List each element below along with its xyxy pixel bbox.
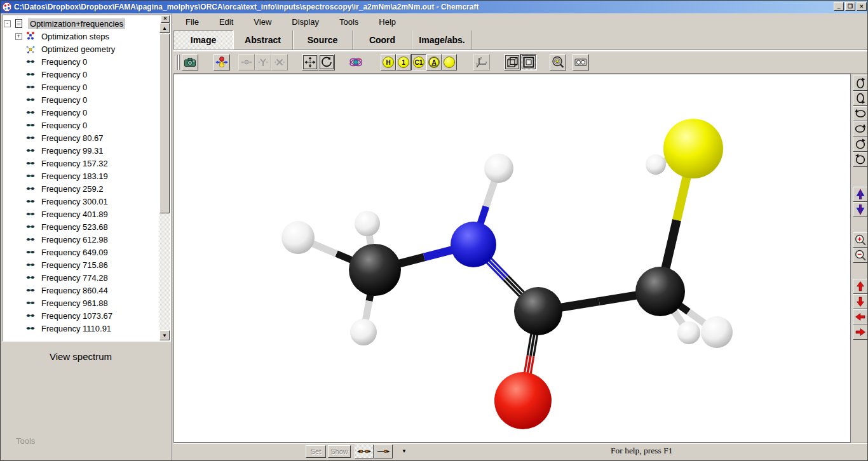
tree-item[interactable]: Frequency 523.68 — [4, 220, 159, 233]
tree-item[interactable]: Frequency 401.89 — [4, 208, 159, 220]
tree-item[interactable]: - — [4, 17, 159, 30]
tab[interactable]: Source — [293, 30, 353, 50]
atom-N[interactable] — [451, 222, 496, 267]
solid-view-button[interactable] — [520, 54, 537, 70]
move-right-button[interactable] — [853, 324, 868, 340]
delete-fragment-button-disabled[interactable] — [271, 54, 288, 70]
atom-H[interactable] — [350, 319, 377, 345]
tree-item[interactable]: Frequency 99.31 — [4, 144, 159, 157]
show-axes-button[interactable]: y x z — [473, 54, 490, 70]
move-down-button[interactable] — [853, 294, 868, 309]
panel-close-icon[interactable]: × — [161, 15, 170, 23]
atom-H[interactable] — [646, 154, 666, 175]
tree-item[interactable]: Frequency 1073.67 — [4, 309, 159, 322]
tree-item[interactable]: Frequency 0 — [4, 55, 159, 68]
menu-item[interactable]: Display — [286, 15, 325, 29]
stereo-view-button[interactable] — [573, 54, 589, 70]
rotate-fragment-button-disabled[interactable] — [255, 54, 271, 70]
zoom-in-button[interactable] — [853, 232, 868, 248]
tree-item[interactable]: Frequency 612.98 — [4, 233, 159, 246]
tree-item[interactable]: Frequency 0 — [4, 68, 159, 81]
tree-item[interactable]: Frequency 157.32 — [4, 157, 159, 170]
atom-H[interactable] — [677, 321, 700, 344]
atom-label-button[interactable]: A — [426, 54, 442, 70]
tree-item[interactable]: Frequency 0 — [4, 93, 159, 106]
rotate-y-cw-button[interactable] — [853, 106, 868, 121]
tree-item[interactable]: + — [4, 30, 159, 43]
tab[interactable]: Coord — [353, 30, 412, 50]
tree-item-label: Frequency 860.44 — [39, 285, 110, 296]
tab[interactable]: Image/abs. — [412, 30, 472, 50]
magnify-atoms-button[interactable] — [550, 54, 566, 70]
atom-S[interactable] — [663, 119, 723, 178]
show-forward-arrow-button[interactable] — [374, 444, 393, 458]
atom-label-button[interactable]: 1 — [396, 54, 411, 70]
wireframe-view-button[interactable] — [504, 54, 520, 70]
atom-label-button[interactable] — [442, 54, 457, 70]
menu-item[interactable]: View — [248, 15, 277, 29]
show-button-disabled[interactable]: Show — [328, 445, 351, 458]
menu-item[interactable]: Help — [373, 15, 402, 29]
menu-item[interactable]: Tools — [334, 15, 364, 29]
display-mode-button[interactable] — [348, 54, 364, 70]
tree-item[interactable]: Frequency 80.67 — [4, 131, 159, 144]
tree-item[interactable]: Frequency 1110.91 — [4, 322, 159, 335]
tree-item[interactable]: Frequency 183.19 — [4, 170, 159, 182]
scroll-up-icon[interactable]: ▲ — [159, 23, 170, 33]
reset-rotation-button[interactable] — [318, 54, 335, 70]
move-up-button[interactable] — [853, 279, 868, 294]
tree-item[interactable]: Frequency 649.09 — [4, 246, 159, 258]
tree-scrollbar[interactable]: ▲ ▼ — [159, 23, 170, 340]
drag-molecule-button[interactable] — [214, 54, 230, 70]
tree-item[interactable]: Frequency 0 — [4, 119, 159, 131]
atom-O[interactable] — [494, 372, 552, 429]
zoom-out-button[interactable] — [853, 248, 868, 263]
capture-image-button[interactable] — [182, 54, 198, 70]
rotate-z-ccw-button[interactable] — [853, 152, 868, 167]
close-button[interactable]: × — [857, 2, 867, 11]
atom-C[interactable] — [349, 244, 401, 296]
menu-item[interactable]: File — [180, 15, 205, 29]
tree-item[interactable]: Frequency 860.44 — [4, 284, 159, 297]
rotate-z-cw-button[interactable] — [853, 137, 868, 152]
menu-item[interactable]: Edit — [214, 15, 239, 29]
arrow-options-dropdown[interactable]: ▼ — [399, 446, 409, 457]
atom-label-button[interactable]: H — [381, 54, 396, 70]
tree-item[interactable]: Frequency 961.88 — [4, 297, 159, 309]
tab[interactable]: Abstract — [233, 30, 293, 50]
atom-C[interactable] — [635, 267, 685, 316]
expander-box-icon[interactable]: + — [15, 33, 22, 40]
atom-H[interactable] — [355, 211, 380, 236]
tree-item[interactable]: Frequency 0 — [4, 81, 159, 93]
move-left-button[interactable] — [853, 309, 868, 324]
atom-label-button[interactable]: C1 — [411, 54, 426, 70]
tree-item[interactable]: Frequency 0 — [4, 106, 159, 119]
move-atom-button-disabled[interactable] — [238, 54, 255, 70]
restore-button[interactable]: ❐ — [845, 2, 855, 11]
view-spectrum-link[interactable]: View spectrum — [1, 351, 161, 362]
atom-H[interactable] — [281, 221, 315, 254]
tree-item[interactable]: Frequency 259.2 — [4, 182, 159, 195]
toolbar-gripper[interactable] — [175, 55, 178, 70]
scroll-thumb[interactable] — [159, 34, 170, 213]
tab[interactable]: Image — [173, 30, 233, 50]
set-button-disabled[interactable]: Set — [306, 445, 326, 458]
atom-C[interactable] — [514, 287, 562, 335]
tree-item[interactable]: Frequency 715.86 — [4, 258, 159, 271]
scroll-down-icon[interactable]: ▼ — [159, 330, 170, 340]
atom-H[interactable] — [484, 154, 513, 183]
rotate-x-ccw-button[interactable] — [853, 91, 868, 106]
tree-item[interactable]: Optimized geometry — [4, 43, 159, 55]
flip-up-button[interactable] — [853, 187, 868, 202]
flip-down-button[interactable] — [853, 202, 868, 217]
molecule-canvas[interactable] — [173, 74, 851, 443]
rotate-y-ccw-button[interactable] — [853, 121, 868, 137]
minimize-button[interactable]: _ — [834, 2, 844, 11]
tree-item[interactable]: Frequency 774.28 — [4, 271, 159, 284]
rotate-x-cw-button[interactable] — [853, 76, 868, 91]
atom-H[interactable] — [701, 316, 733, 348]
fit-view-button[interactable] — [302, 54, 318, 70]
expander-box-icon[interactable]: - — [4, 20, 11, 27]
show-both-arrows-button[interactable] — [355, 444, 374, 458]
tree-item[interactable]: Frequency 300.01 — [4, 195, 159, 208]
